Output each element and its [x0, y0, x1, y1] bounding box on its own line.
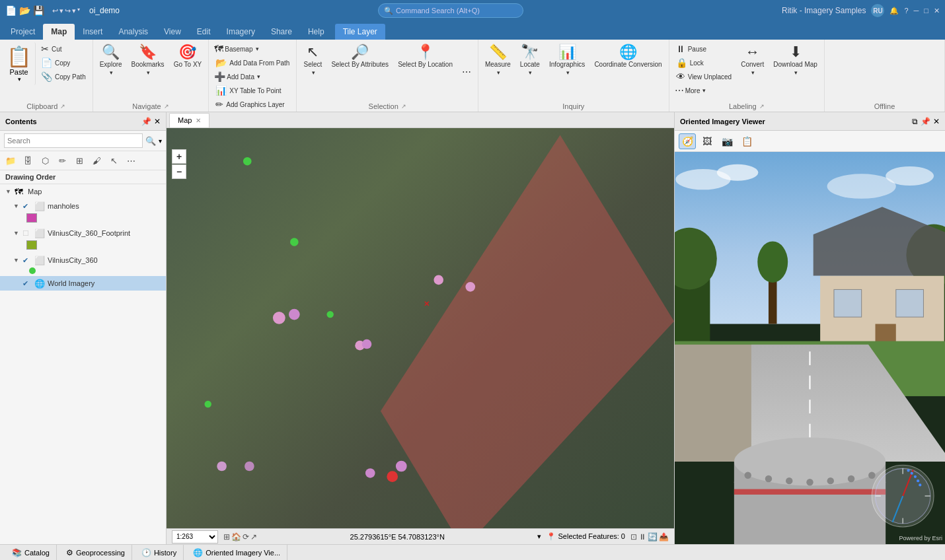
- pin-icon[interactable]: 📌: [141, 117, 151, 126]
- oiv-image-area[interactable]: Powered by Esri: [675, 152, 945, 544]
- manholes-expand[interactable]: ▼: [13, 203, 20, 209]
- select-by-attributes-button[interactable]: 🔎 Select By Attributes: [327, 42, 393, 71]
- map-point-red[interactable]: [387, 471, 398, 482]
- layer-tool-grid[interactable]: ⊞: [71, 153, 87, 168]
- close-panel-icon[interactable]: ✕: [154, 117, 161, 126]
- selection-expand-icon[interactable]: ↗: [401, 103, 406, 110]
- map-point-pink-8[interactable]: [465, 282, 475, 292]
- search-btn-icon[interactable]: 🔍: [145, 136, 156, 146]
- undo-button[interactable]: ↩: [52, 7, 58, 15]
- explore-button[interactable]: 🔍 Explore ▾: [96, 42, 126, 79]
- layer-tool-paint[interactable]: 🖌: [89, 153, 104, 168]
- layer-search-input[interactable]: [4, 133, 143, 148]
- tab-project[interactable]: Project: [3, 24, 43, 40]
- manholes-color-swatch[interactable]: [26, 213, 37, 223]
- worldimagery-check[interactable]: ✔: [22, 279, 32, 288]
- oiv-pan-tool[interactable]: 🖼: [699, 133, 716, 149]
- footprint-expand[interactable]: ▼: [13, 230, 20, 236]
- tab-map[interactable]: Map: [43, 24, 75, 40]
- footprint-color-swatch[interactable]: [26, 240, 37, 250]
- layer-item-vilnius360[interactable]: ▼ ✔ ⬜ VilniusCity_360: [0, 253, 166, 267]
- map-point-pink-2[interactable]: [289, 309, 300, 320]
- dropdown-coord-arrow[interactable]: ▾: [537, 532, 541, 541]
- map-refresh-icon[interactable]: 🔄: [648, 532, 658, 542]
- map-view[interactable]: ✕ + −: [167, 128, 674, 528]
- tab-view[interactable]: View: [156, 24, 189, 40]
- labeling-expand-icon[interactable]: ↗: [759, 103, 765, 110]
- layer-tool-select[interactable]: ↖: [106, 153, 122, 168]
- redo-dropdown[interactable]: ▾: [72, 7, 76, 15]
- infographics-button[interactable]: 📊 Infographics ▾: [545, 42, 589, 79]
- map-point-green-2[interactable]: [290, 238, 299, 246]
- map-point-pink-6[interactable]: [396, 461, 407, 472]
- oiv-float-icon[interactable]: ⧉: [912, 117, 918, 126]
- footprint-check[interactable]: ☐: [22, 229, 32, 238]
- oriented-imagery-tab[interactable]: 🌐 Oriented Imagery Vie...: [186, 545, 287, 561]
- clipboard-expand-icon[interactable]: ↗: [60, 103, 65, 110]
- map-arrow-icon[interactable]: ↗: [250, 532, 257, 542]
- project-name[interactable]: oi_demo: [89, 6, 120, 15]
- user-avatar[interactable]: RU: [871, 4, 884, 17]
- basemap-button[interactable]: 🗺 Basemap ▾: [211, 42, 293, 55]
- layer-tool-shape[interactable]: ⬡: [37, 153, 53, 168]
- tab-help[interactable]: Help: [300, 24, 332, 40]
- save-icon[interactable]: 💾: [33, 5, 44, 16]
- vilnius-expand[interactable]: ▼: [13, 257, 20, 263]
- redo-button[interactable]: ↪: [65, 7, 71, 15]
- tab-imagery[interactable]: Imagery: [219, 24, 263, 40]
- tab-share[interactable]: Share: [263, 24, 300, 40]
- map-export-icon[interactable]: 📤: [659, 532, 669, 542]
- coordinate-conversion-button[interactable]: 🌐 Coordinate Conversion: [590, 42, 665, 71]
- xy-table-to-point-button[interactable]: 📊 XY Table To Point: [211, 84, 293, 97]
- map-pause-icon[interactable]: ⏸: [638, 532, 646, 542]
- history-dropdown[interactable]: ▾: [77, 7, 80, 15]
- select-button[interactable]: ↖ Select ▾: [299, 42, 326, 79]
- close-button[interactable]: ✕: [934, 7, 940, 15]
- open-icon[interactable]: 📂: [19, 5, 30, 16]
- map-point-pink-5[interactable]: [365, 468, 375, 478]
- select-by-location-button[interactable]: 📍 Select By Location: [394, 42, 457, 71]
- layer-tool-folder[interactable]: 📁: [3, 153, 19, 168]
- add-graphics-layer-button[interactable]: ✏ Add Graphics Layer: [211, 98, 293, 111]
- map-point-pink-1[interactable]: [273, 312, 285, 324]
- paste-button[interactable]: 📋 Paste ▾: [3, 42, 36, 85]
- new-icon[interactable]: 📄: [5, 5, 17, 16]
- locate-button[interactable]: 🔭 Locate ▾: [516, 42, 544, 79]
- bookmarks-button[interactable]: 🔖 Bookmarks ▾: [128, 42, 169, 79]
- go-to-xy-button[interactable]: 🎯 Go To XY: [170, 42, 206, 71]
- copy-path-button[interactable]: 📎 Copy Path: [37, 70, 90, 83]
- view-unplaced-button[interactable]: 👁 View Unplaced: [672, 70, 736, 83]
- map-settings-icon[interactable]: ⊡: [630, 532, 637, 542]
- pause-button[interactable]: ⏸ Pause: [672, 42, 736, 55]
- map-point-pink-4[interactable]: [362, 339, 372, 349]
- copy-button[interactable]: 📄 Copy: [37, 56, 90, 69]
- map-home-icon[interactable]: 🏠: [231, 532, 241, 542]
- map-sync-icon[interactable]: ⟳: [243, 532, 249, 542]
- tab-insert[interactable]: Insert: [75, 24, 110, 40]
- vilnius-check[interactable]: ✔: [22, 256, 32, 265]
- lock-button[interactable]: 🔒 Lock: [672, 56, 736, 69]
- map-point-purple-2[interactable]: [245, 462, 254, 472]
- layer-item-worldimagery[interactable]: ▼ ✔ 🌐 World Imagery: [0, 276, 166, 291]
- cut-button[interactable]: ✂ Cut: [37, 42, 90, 55]
- map-expand-arrow[interactable]: ▼: [5, 188, 12, 195]
- cross-marker[interactable]: ✕: [424, 300, 430, 308]
- map-point-green-3[interactable]: [326, 311, 333, 318]
- minimize-button[interactable]: ─: [914, 7, 919, 15]
- zoom-out-button[interactable]: −: [172, 164, 186, 179]
- catalog-tab[interactable]: 📚 Catalog: [5, 545, 57, 561]
- oiv-pin-icon[interactable]: 📌: [921, 117, 930, 126]
- oiv-info-tool[interactable]: 📋: [738, 133, 755, 149]
- geoprocessing-tab[interactable]: ⚙ Geoprocessing: [59, 545, 132, 561]
- tab-edit[interactable]: Edit: [189, 24, 219, 40]
- manholes-check[interactable]: ✔: [22, 202, 32, 211]
- download-map-button[interactable]: ⬇ Download Map ▾: [769, 42, 821, 79]
- map-point-green-4[interactable]: [204, 401, 211, 407]
- tab-analysis[interactable]: Analysis: [110, 24, 156, 40]
- filter-dropdown-icon[interactable]: ▾: [159, 137, 162, 145]
- navigate-expand-icon[interactable]: ↗: [164, 103, 169, 110]
- add-data-from-path-button[interactable]: 📂 Add Data From Path: [211, 56, 293, 69]
- layer-item-manholes[interactable]: ▼ ✔ ⬜ manholes: [0, 199, 166, 213]
- layer-item-footprint[interactable]: ▼ ☐ ⬜ VilniusCity_360_Footprint: [0, 226, 166, 240]
- convert-button[interactable]: ↔ Convert ▾: [737, 42, 768, 79]
